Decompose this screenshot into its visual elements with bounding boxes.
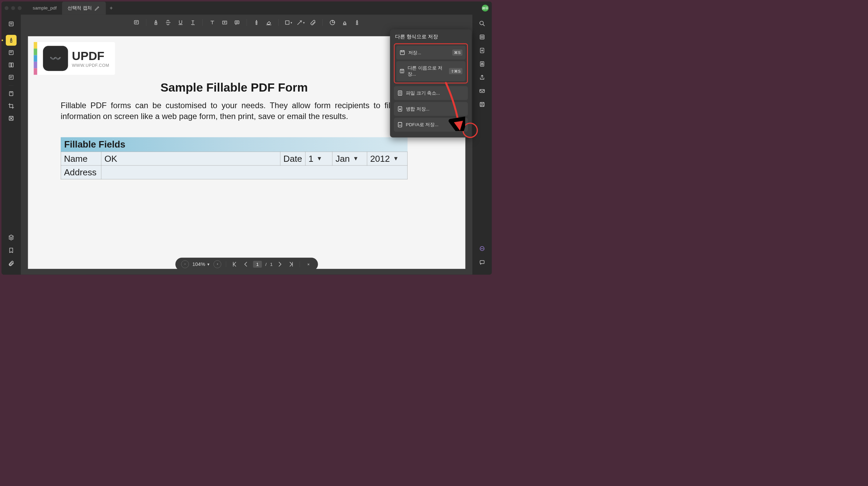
zoom-in-button[interactable]: +: [214, 260, 221, 268]
save-as-label: 다른 이름으로 저장...: [408, 65, 446, 77]
pdfa-label: PDF/A로 저장...: [406, 122, 438, 128]
day-select[interactable]: 1▼: [305, 152, 332, 166]
zoom-out-button[interactable]: −: [181, 260, 189, 268]
prev-page-button[interactable]: [242, 260, 250, 268]
avatar[interactable]: 婉菲: [482, 5, 489, 12]
layers-button[interactable]: [6, 232, 17, 243]
minimize-window-icon[interactable]: [11, 6, 15, 10]
svg-rect-2: [9, 63, 11, 67]
organize-mode-button[interactable]: [6, 60, 17, 71]
next-page-button[interactable]: [276, 260, 284, 268]
name-field[interactable]: OK: [101, 152, 280, 166]
stamp-button[interactable]: ▾: [295, 17, 306, 28]
attachment-button[interactable]: [6, 258, 17, 269]
svg-rect-9: [235, 21, 239, 24]
reader-mode-button[interactable]: [6, 19, 17, 30]
address-field[interactable]: [101, 166, 408, 179]
reduce-size-item[interactable]: 파일 크기 축소...: [394, 86, 468, 100]
document-title: Sample Fillable PDF Form: [34, 81, 434, 94]
maximize-window-icon[interactable]: [18, 6, 21, 10]
compress-icon: [397, 90, 403, 96]
shape-button[interactable]: ▾: [283, 17, 294, 28]
updf-logo-icon: 〰️: [43, 46, 68, 71]
tab-sample-pdf[interactable]: sample_pdf: [27, 2, 62, 15]
document-body: Fillable PDF forms can be customised to …: [61, 100, 408, 122]
reduce-label: 파일 크기 축소...: [406, 90, 440, 96]
new-tab-button[interactable]: +: [106, 5, 117, 11]
sticker-button[interactable]: [327, 17, 338, 28]
chevron-down-icon: ▼: [353, 155, 359, 162]
crop-button[interactable]: [6, 101, 17, 112]
underline-button[interactable]: [175, 17, 186, 28]
share-button[interactable]: [477, 73, 487, 83]
pdfa-icon: [397, 122, 403, 128]
highlight-button[interactable]: [151, 17, 161, 28]
save-menu-button[interactable]: [477, 99, 487, 110]
attach-button[interactable]: [308, 17, 318, 28]
address-label: Address: [61, 166, 101, 179]
strikethrough-button[interactable]: [163, 17, 174, 28]
svg-rect-24: [398, 91, 402, 96]
svg-point-20: [482, 248, 483, 249]
page-total: 1: [270, 261, 273, 267]
squiggle-button[interactable]: [188, 17, 198, 28]
page-separator: /: [265, 261, 267, 267]
convert-button[interactable]: [477, 45, 487, 56]
protect-button[interactable]: [477, 59, 487, 69]
year-select[interactable]: 2012▼: [367, 152, 407, 166]
save-as-item[interactable]: 다른 이름으로 저장... ⇧⌘S: [396, 61, 466, 81]
date-label: Date: [280, 152, 305, 166]
search-button[interactable]: [477, 19, 487, 29]
chevron-down-icon: ▼: [316, 155, 322, 162]
merge-save-item[interactable]: 병합 저장...: [394, 102, 468, 116]
save-label: 저장...: [408, 50, 421, 56]
fillable-fields-table: Name OK Date 1▼ Jan▼ 2012▼ Address: [61, 152, 408, 179]
close-controls-button[interactable]: ✕: [304, 260, 312, 268]
svg-point-19: [481, 248, 482, 249]
last-page-button[interactable]: [287, 260, 295, 268]
callout-button[interactable]: [232, 17, 242, 28]
ai-button[interactable]: [477, 244, 487, 254]
pencil-icon[interactable]: [94, 5, 100, 11]
merge-label: 병합 저장...: [406, 106, 430, 112]
annotation-toolbar: ▾ ▾: [21, 15, 472, 31]
tab-label: 선택적 캡처: [67, 5, 92, 11]
save-as-popover: 다른 형식으로 저장 저장... ⌘S 다른 이름으로 저장... ⇧⌘S 파일…: [390, 29, 472, 137]
left-sidebar: [2, 15, 21, 275]
brand-header: 〰️ UPDF WWW.UPDF.COM: [34, 42, 115, 75]
bookmark-button[interactable]: [6, 245, 17, 256]
page-current-input[interactable]: 1: [253, 261, 262, 268]
stamp-approve-button[interactable]: [339, 17, 350, 28]
text-button[interactable]: [207, 17, 218, 28]
eraser-button[interactable]: [263, 17, 274, 28]
tab-bar: sample_pdf 선택적 캡처 +: [27, 2, 482, 15]
edit-mode-button[interactable]: [6, 47, 17, 58]
save-shortcut: ⌘S: [452, 50, 462, 56]
save-item[interactable]: 저장... ⌘S: [396, 46, 466, 60]
form-mode-button[interactable]: [6, 72, 17, 83]
textbox-button[interactable]: [219, 17, 230, 28]
annotate-mode-button[interactable]: [6, 35, 17, 46]
signature-button[interactable]: [352, 17, 362, 28]
ocr-button[interactable]: [477, 32, 487, 42]
pdfa-save-item[interactable]: PDF/A로 저장...: [394, 118, 468, 132]
note-button[interactable]: [131, 17, 142, 28]
svg-rect-5: [9, 92, 13, 96]
email-button[interactable]: [477, 86, 487, 96]
svg-rect-18: [480, 102, 484, 106]
tools-button[interactable]: [6, 88, 17, 99]
page-controls: − 104%▼ + 1 / 1 ✕: [175, 258, 318, 271]
first-page-button[interactable]: [231, 260, 239, 268]
tab-capture[interactable]: 선택적 캡처: [62, 2, 106, 15]
right-sidebar: [472, 15, 492, 275]
tab-label: sample_pdf: [33, 5, 57, 11]
month-select[interactable]: Jan▼: [332, 152, 367, 166]
save-as-shortcut: ⇧⌘S: [449, 68, 462, 74]
pencil-button[interactable]: [251, 17, 262, 28]
close-window-icon[interactable]: [5, 6, 8, 10]
comment-button[interactable]: [477, 257, 487, 268]
redact-button[interactable]: [6, 113, 17, 124]
svg-rect-17: [480, 90, 485, 93]
zoom-level[interactable]: 104%▼: [192, 261, 210, 267]
titlebar: sample_pdf 선택적 캡처 + 婉菲: [2, 2, 492, 15]
